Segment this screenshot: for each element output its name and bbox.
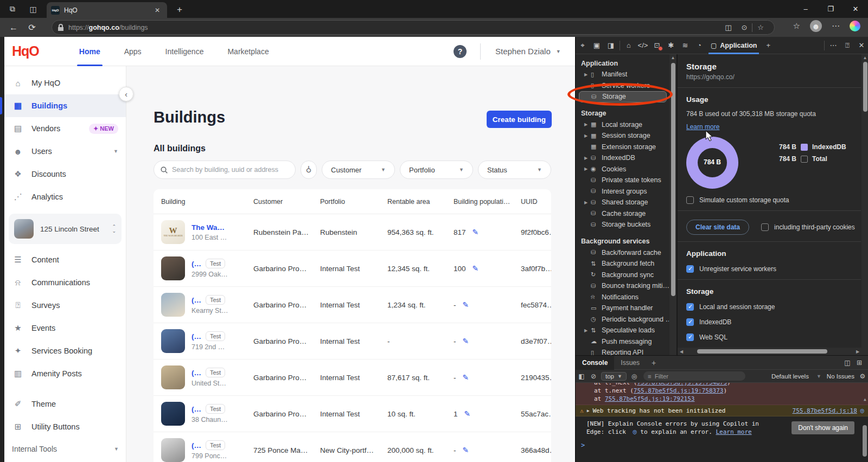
building-link[interactable]: (… — [192, 332, 201, 341]
horizontal-scrollbar[interactable]: ◀ ▶ — [678, 348, 861, 355]
url-bar[interactable]: https://gohqo.co/buildings ◫ ⊙ ☆ — [52, 20, 775, 35]
help-button[interactable]: ? — [454, 45, 467, 58]
tree-item[interactable]: ▶ ⇅ Speculative loads — [576, 325, 669, 336]
context-selector[interactable]: top ▼ — [601, 372, 627, 381]
scrollbar-thumb[interactable] — [697, 349, 827, 354]
console-tab[interactable]: Issues — [614, 356, 646, 370]
filter-dropdown[interactable]: Portfolio ▼ — [400, 161, 473, 179]
scrollbar-thumb[interactable] — [671, 63, 675, 296]
tree-scrollbar[interactable]: ▲ ▼ — [669, 54, 676, 392]
tree-item[interactable]: ⇅ Background fetch — [576, 258, 669, 270]
learn-more-link[interactable]: Learn more — [716, 428, 751, 435]
nav-item[interactable]: Home — [67, 37, 112, 66]
column-header[interactable]: Rentable area — [387, 198, 454, 206]
scrollbar-thumb[interactable] — [863, 425, 867, 457]
tree-item[interactable]: ⛁ Cache storage — [576, 208, 669, 220]
building-link[interactable]: (… — [192, 369, 201, 377]
table-row[interactable]: (… Test 719 2nd … Garbarino Pro… Interna… — [154, 323, 551, 360]
new-tab-button[interactable]: + — [173, 3, 187, 16]
expander-icon[interactable]: ▶ — [584, 156, 591, 161]
building-link[interactable]: The Wa… — [192, 223, 225, 232]
tree-item[interactable]: ▭ Payment handler — [576, 303, 669, 314]
edit-pencil-icon[interactable]: ✎ — [463, 300, 469, 309]
sidebar-item[interactable]: ✦ Services Booking — [4, 339, 126, 362]
sidebar-item[interactable]: ⍾ Communications — [4, 271, 126, 294]
add-drawer-tab-icon[interactable]: + — [646, 358, 661, 367]
sidebar-item[interactable]: ☰ Content — [4, 248, 126, 271]
devtools-more-icon[interactable]: ⋯ — [826, 39, 840, 52]
table-row[interactable]: W THE WANAMAKER The Wa… 100 East … — [154, 214, 551, 251]
edit-pencil-icon[interactable]: ✎ — [463, 337, 469, 345]
tree-item[interactable]: ⛁ Bounce tracking miti… — [576, 280, 669, 292]
building-link[interactable]: (… — [192, 405, 201, 413]
sidebar-item[interactable]: ★ Events — [4, 317, 126, 339]
filter-dropdown[interactable]: Status ▼ — [478, 161, 551, 179]
scroll-right-icon[interactable]: ▶ — [854, 349, 861, 354]
column-header[interactable]: UUID — [521, 198, 551, 206]
edit-pencil-icon[interactable]: ✎ — [463, 446, 469, 454]
tree-item[interactable]: ▶ ⛁ Shared storage — [576, 197, 669, 208]
workspaces-icon[interactable]: ⧉ — [4, 3, 21, 16]
column-header[interactable]: Building populati… — [454, 198, 521, 206]
tree-item[interactable]: ▯ Reporting API — [576, 347, 669, 355]
sidebar-item[interactable]: ☻ Users ▼ — [4, 140, 126, 163]
edit-pencil-icon[interactable]: ✎ — [464, 409, 471, 418]
column-header[interactable]: Portfolio — [320, 198, 387, 206]
minimize-button[interactable]: – — [793, 0, 818, 18]
console-settings-gear-icon[interactable]: ⚙ — [857, 373, 868, 380]
devtools-help-icon[interactable]: ⍰ — [840, 39, 854, 52]
edit-pencil-icon[interactable]: ✎ — [473, 228, 479, 236]
tree-item[interactable]: ▶ ▯ Manifest — [576, 69, 669, 80]
nav-item[interactable]: Intelligence — [154, 37, 216, 66]
tab-actions-icon[interactable]: ◫ — [25, 3, 41, 16]
storage-checkbox-row[interactable]: Local and session storage — [686, 303, 861, 311]
sidebar-footer-internal-tools[interactable]: Internal Tools ▼ — [4, 439, 126, 459]
storage-checkbox-row[interactable]: Web SQL — [686, 333, 861, 341]
nav-item[interactable]: Apps — [112, 37, 154, 66]
table-row[interactable]: (… Test 2999 Oak… Garbarino Pro… Interna… — [154, 251, 551, 287]
sidebar-item[interactable]: ⋰ Analytics — [4, 185, 126, 208]
tree-item[interactable]: ⛁ Private state tokens — [576, 175, 669, 186]
scroll-left-icon[interactable]: ◀ — [678, 349, 685, 354]
source-link[interactable]: 755.87be5f5d.js:19:758373 — [634, 387, 724, 394]
tree-item[interactable]: ▦ Extension storage — [576, 142, 669, 153]
tree-item[interactable]: ⛁ Storage buckets — [576, 219, 669, 230]
building-link[interactable]: (… — [192, 260, 201, 268]
more-tabs-button[interactable]: + — [761, 39, 775, 52]
dont-show-again-button[interactable]: Don't show again — [792, 421, 854, 434]
building-selector[interactable]: 125 Lincoln Street ⌃ ⌄ — [9, 214, 122, 244]
favorites-icon[interactable]: ☆ — [788, 21, 806, 31]
column-header[interactable]: Customer — [253, 198, 320, 206]
default-levels-dropdown[interactable]: Default levels — [771, 373, 809, 380]
create-building-button[interactable]: Create building — [487, 111, 552, 128]
expander-icon[interactable]: ▶ — [584, 166, 591, 171]
clear-console-icon[interactable]: ⊘ — [588, 373, 599, 380]
profile-avatar[interactable]: ☻ — [810, 20, 822, 32]
restore-button[interactable]: ❐ — [818, 0, 843, 18]
table-row[interactable]: (… Test 799 Ponc… 725 Ponce Ma… New City… — [154, 432, 551, 462]
performance-icon[interactable]: ◔ — [692, 39, 706, 52]
sidebar-item[interactable]: ❖ Discounts — [4, 163, 126, 185]
home-icon[interactable]: ⌂ — [622, 39, 636, 52]
refresh-icon[interactable]: ⟳ — [23, 22, 41, 33]
source-link[interactable]: 755.87be5f5d.js:19:754879 — [637, 383, 727, 386]
scroll-up-icon[interactable]: ▲ — [669, 55, 676, 60]
browser-menu-icon[interactable]: ⋯ — [826, 21, 845, 31]
simulate-quota-checkbox-row[interactable]: Simulate custom storage quota — [686, 196, 861, 204]
tree-item[interactable]: ▶ ▦ Local storage — [576, 119, 669, 131]
scroll-up-icon[interactable]: ▲ — [861, 55, 868, 60]
expander-icon[interactable]: ▶ — [584, 200, 591, 205]
sidebar-item[interactable]: ▤ Vendors ✦ NEW — [4, 117, 126, 140]
edit-pencil-icon[interactable]: ✎ — [473, 264, 479, 273]
tree-item[interactable]: ▶ ⛁ IndexedDB — [576, 152, 669, 164]
console-scrollbar[interactable]: ▲ — [862, 405, 868, 462]
device-toolbar-icon[interactable]: ▣ — [590, 39, 604, 52]
building-link[interactable]: (… — [192, 296, 201, 304]
sources-icon[interactable]: </> — [636, 39, 650, 52]
storage-checkbox-row[interactable]: IndexedDB — [686, 318, 861, 326]
extensions-icon[interactable]: ⊙ — [736, 23, 752, 31]
filter-dropdown[interactable]: Customer ▼ — [322, 161, 395, 179]
checkbox-icon[interactable] — [686, 303, 694, 311]
live-expression-icon[interactable]: ◎ — [628, 373, 640, 380]
expand-drawer-icon[interactable]: ⊞ — [853, 359, 865, 367]
